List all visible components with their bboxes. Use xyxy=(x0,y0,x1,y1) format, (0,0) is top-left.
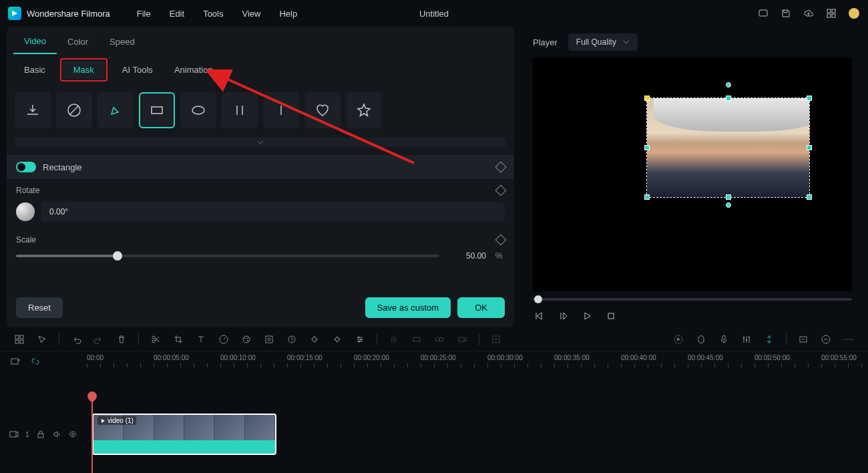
shape-heart[interactable] xyxy=(304,92,341,128)
tab-video[interactable]: Video xyxy=(13,29,57,54)
tl-link-icon[interactable] xyxy=(29,355,41,367)
tl-mixer-icon[interactable] xyxy=(740,333,752,345)
avatar-icon[interactable] xyxy=(848,7,860,19)
scale-slider[interactable] xyxy=(16,255,439,257)
play-pause-icon[interactable] xyxy=(557,310,569,322)
shape-import[interactable] xyxy=(15,92,51,128)
handle-ml[interactable] xyxy=(644,145,650,150)
track-lock-icon[interactable] xyxy=(36,428,45,440)
tab-basic[interactable]: Basic xyxy=(13,61,56,79)
shape-star[interactable] xyxy=(346,92,382,128)
tl-marker-icon[interactable] xyxy=(695,333,707,345)
shape-double-line[interactable] xyxy=(222,92,258,128)
expand-toggle[interactable] xyxy=(15,138,506,147)
tl-cursor-icon[interactable] xyxy=(36,333,48,345)
tl-snap-icon[interactable] xyxy=(763,333,775,345)
tl-addtrack-icon[interactable] xyxy=(9,355,21,367)
quality-dropdown[interactable]: Full Quality xyxy=(568,33,638,51)
ruler-label: 00:00:45:00 xyxy=(688,354,723,361)
tab-speed[interactable]: Speed xyxy=(99,30,146,53)
handle-bm[interactable] xyxy=(726,194,731,200)
handle-mr[interactable] xyxy=(807,145,812,150)
scale-value[interactable]: 50.00 xyxy=(446,251,486,261)
track-mute-icon[interactable] xyxy=(52,428,61,440)
tab-mask[interactable]: Mask xyxy=(63,61,105,79)
menu-file[interactable]: File xyxy=(137,9,151,19)
tl-clock-icon[interactable] xyxy=(286,333,298,345)
tl-color-icon[interactable] xyxy=(240,333,252,345)
handle-tr[interactable] xyxy=(807,96,812,101)
toggle-rectangle[interactable] xyxy=(16,162,36,172)
tl-zoom-slider[interactable] xyxy=(843,333,855,345)
handle-bl[interactable] xyxy=(644,194,650,200)
shape-rectangle[interactable] xyxy=(139,92,175,128)
mask-bounds[interactable] xyxy=(646,98,810,198)
tl-crop-icon[interactable] xyxy=(172,333,184,345)
tl-render-icon[interactable] xyxy=(672,333,684,345)
tl-audio3-icon[interactable] xyxy=(433,333,445,345)
rotate-knob[interactable] xyxy=(16,202,35,221)
keyframe-rotate-icon[interactable] xyxy=(495,185,507,196)
tl-mic-icon[interactable] xyxy=(718,333,730,345)
timeline-toolbar xyxy=(0,327,868,351)
keyframe-scale-icon[interactable] xyxy=(495,234,507,246)
tl-undo-icon[interactable] xyxy=(70,333,82,345)
tab-ai-tools[interactable]: AI Tools xyxy=(112,61,164,79)
rotate-value[interactable]: 0.00° xyxy=(41,202,505,222)
timeline-clip[interactable]: video (1) xyxy=(92,414,276,455)
reset-button[interactable]: Reset xyxy=(16,297,63,318)
tl-redo-icon[interactable] xyxy=(93,333,105,345)
save-custom-button[interactable]: Save as custom xyxy=(365,297,451,318)
timeline-ruler[interactable]: 00:0000:00:05:0000:00:10:0000:00:15:0000… xyxy=(87,351,868,371)
player-scrubber[interactable] xyxy=(533,298,852,301)
handle-rotate[interactable] xyxy=(726,82,731,88)
cloud-icon[interactable] xyxy=(803,7,815,19)
menu-tools[interactable]: Tools xyxy=(203,9,223,19)
handle-tm[interactable] xyxy=(726,96,731,101)
tab-color[interactable]: Color xyxy=(57,30,99,53)
handle-tl[interactable] xyxy=(644,96,650,101)
save-icon[interactable] xyxy=(780,7,792,19)
menu-view[interactable]: View xyxy=(242,9,260,19)
tl-delete-icon[interactable] xyxy=(116,333,128,345)
playhead[interactable] xyxy=(91,391,93,473)
preview-viewport[interactable] xyxy=(533,57,852,291)
shape-single-line[interactable] xyxy=(263,92,299,128)
track-visible-icon[interactable] xyxy=(68,428,77,440)
handle-feather[interactable] xyxy=(726,202,731,208)
play-icon[interactable] xyxy=(581,310,593,322)
handle-br[interactable] xyxy=(807,194,812,200)
svg-point-25 xyxy=(247,340,248,341)
ok-button[interactable]: OK xyxy=(457,297,505,318)
screen-icon[interactable] xyxy=(757,7,769,19)
grid-icon[interactable] xyxy=(825,7,837,19)
tl-zoom-out-icon[interactable] xyxy=(820,333,832,345)
rotate-label: Rotate xyxy=(16,186,39,195)
tl-layout-icon[interactable] xyxy=(13,333,25,345)
properties-panel: Video Color Speed Basic Mask AI Tools An… xyxy=(7,27,514,327)
tl-audio1-icon[interactable] xyxy=(388,333,400,345)
tab-animation[interactable]: Animation xyxy=(164,61,224,79)
track-video-icon[interactable] xyxy=(9,428,19,440)
app-name: Wondershare Filmora xyxy=(27,9,110,19)
tl-audio2-icon[interactable] xyxy=(411,333,423,345)
tl-motion-icon[interactable] xyxy=(331,333,343,345)
keyframe-section-icon[interactable] xyxy=(495,162,507,173)
tl-text-icon[interactable] xyxy=(195,333,207,345)
stop-icon[interactable] xyxy=(605,310,617,322)
shape-pen[interactable] xyxy=(97,92,134,128)
menu-edit[interactable]: Edit xyxy=(170,9,184,19)
tl-keyframe-icon[interactable] xyxy=(308,333,320,345)
tl-record-icon[interactable] xyxy=(456,333,468,345)
tl-adjust-icon[interactable] xyxy=(354,333,366,345)
tl-speed-icon[interactable] xyxy=(218,333,230,345)
prev-frame-icon[interactable] xyxy=(533,310,545,322)
menu-help[interactable]: Help xyxy=(279,9,297,19)
tl-fit-icon[interactable] xyxy=(797,333,809,345)
tl-greenscreen-icon[interactable] xyxy=(263,333,275,345)
shape-ellipse[interactable] xyxy=(180,92,216,128)
tl-effects-icon[interactable] xyxy=(490,333,502,345)
tl-split-icon[interactable] xyxy=(150,333,162,345)
scrub-thumb[interactable] xyxy=(534,295,542,303)
shape-none[interactable] xyxy=(56,92,92,128)
